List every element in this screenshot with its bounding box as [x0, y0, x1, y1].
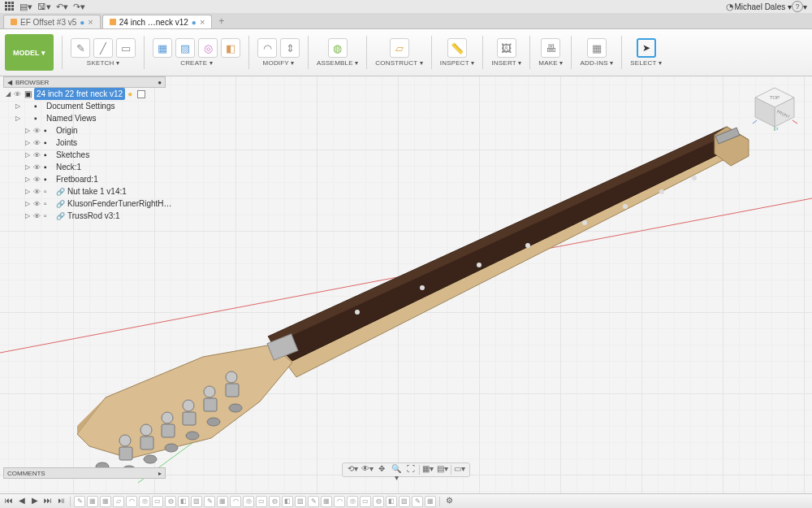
- viewport[interactable]: TOP FRONT z ◀ BROWSER ● ◢ 👁 ▣ 24 inch 22…: [0, 76, 812, 493]
- timeline-feature[interactable]: ▱: [113, 496, 124, 507]
- line-icon[interactable]: ╱: [93, 38, 113, 58]
- group-construct[interactable]: ▱ CONSTRUCT ▾: [370, 29, 428, 76]
- timeline-feature[interactable]: ◠: [230, 496, 241, 507]
- timeline-feature[interactable]: ▨: [191, 496, 202, 507]
- visibility-icon[interactable]: 👁: [33, 188, 41, 196]
- measure-icon[interactable]: 📏: [447, 38, 467, 58]
- timeline-feature[interactable]: ▭: [152, 496, 163, 507]
- timeline-feature[interactable]: ◎: [139, 496, 150, 507]
- timeline-feature[interactable]: ◍: [269, 496, 280, 507]
- save-icon[interactable]: 🖫▾: [37, 2, 51, 12]
- group-modify[interactable]: ◠ ⇕ MODIFY ▾: [253, 29, 304, 76]
- timeline-feature[interactable]: ▦: [321, 496, 332, 507]
- tree-item[interactable]: ▷👁▫🔗Nut take 1 v14:1: [3, 185, 184, 198]
- tab-ef-offset[interactable]: EF Offset #3 v5 ● ×: [3, 15, 101, 28]
- addins-icon[interactable]: ▦: [587, 38, 607, 58]
- expand-icon[interactable]: ◢: [5, 90, 11, 98]
- timeline-feature[interactable]: ◍: [165, 496, 176, 507]
- expand-icon[interactable]: ▷: [24, 151, 31, 158]
- tree-item[interactable]: ▷👁▪Neck:1: [3, 161, 184, 173]
- browser-menu-icon[interactable]: ●: [158, 79, 162, 86]
- timeline-fwd-icon[interactable]: ⏭: [42, 496, 54, 507]
- extrude-icon[interactable]: ▦: [153, 38, 172, 58]
- timeline-feature[interactable]: ▦: [100, 496, 111, 507]
- tree-item[interactable]: ▷👁▪Origin: [3, 124, 184, 137]
- plane-icon[interactable]: ▱: [390, 38, 409, 58]
- grid-icon[interactable]: ▤▾: [436, 464, 449, 475]
- tree-item[interactable]: ▷▪Document Settings: [3, 100, 184, 112]
- visibility-icon[interactable]: 👁: [33, 212, 41, 220]
- fillet-icon[interactable]: ◠: [257, 38, 277, 58]
- close-icon[interactable]: ×: [200, 17, 205, 27]
- group-create[interactable]: ▦ ▨ ◎ ◧ CREATE ▾: [148, 29, 245, 76]
- hole-icon[interactable]: ◎: [198, 38, 218, 58]
- app-grid-icon[interactable]: [5, 2, 15, 11]
- visibility-icon[interactable]: 👁: [33, 163, 41, 172]
- timeline-feature[interactable]: ◧: [178, 496, 189, 507]
- sketch-icon[interactable]: ✎: [71, 38, 90, 58]
- timeline-feature[interactable]: ▦: [87, 496, 98, 507]
- timeline-start-icon[interactable]: ⏮: [3, 496, 15, 507]
- joint-icon[interactable]: ◍: [328, 38, 348, 58]
- viewport-icon[interactable]: ▭▾: [453, 464, 466, 475]
- undo-icon[interactable]: ↶▾: [56, 2, 68, 12]
- visibility-icon[interactable]: 👁: [14, 90, 22, 98]
- revolve-icon[interactable]: ▨: [175, 38, 195, 58]
- timeline-feature[interactable]: ▨: [295, 496, 306, 507]
- timeline-feature[interactable]: ◎: [347, 496, 358, 507]
- group-inspect[interactable]: 📏 INSPECT ▾: [435, 29, 480, 76]
- expand-icon[interactable]: ▷: [24, 200, 31, 207]
- collapse-icon[interactable]: ◀: [7, 79, 12, 86]
- tree-root-row[interactable]: ◢ 👁 ▣ 24 inch 22 fret neck v12 ●: [3, 88, 184, 100]
- orbit-icon[interactable]: ⟲▾: [346, 464, 359, 475]
- tree-item[interactable]: ▷👁▪Sketches: [3, 149, 184, 161]
- look-icon[interactable]: 👁▾: [361, 464, 374, 475]
- expand-icon[interactable]: ▷: [24, 139, 31, 146]
- tree-item[interactable]: ▷👁▪Fretboard:1: [3, 173, 184, 185]
- group-make[interactable]: 🖶 MAKE ▾: [533, 29, 568, 76]
- timeline-feature[interactable]: ◍: [373, 496, 384, 507]
- expand-icon[interactable]: ▷: [24, 127, 31, 134]
- timeline-feature[interactable]: ✎: [308, 496, 319, 507]
- rect-icon[interactable]: ▭: [116, 38, 136, 58]
- group-select[interactable]: ➤ SELECT ▾: [625, 29, 667, 76]
- tab-neck[interactable]: 24 inch …neck v12 ● ×: [102, 15, 213, 28]
- expand-icon[interactable]: ▷: [15, 115, 21, 122]
- select-icon[interactable]: ➤: [637, 38, 656, 58]
- active-check[interactable]: [137, 90, 145, 98]
- expand-icon[interactable]: ▷: [24, 212, 31, 219]
- box-icon[interactable]: ◧: [221, 38, 240, 58]
- timeline-settings-icon[interactable]: ⚙: [443, 496, 455, 507]
- file-icon[interactable]: ▤▾: [19, 2, 32, 12]
- timeline-feature[interactable]: ◎: [243, 496, 254, 507]
- timeline-feature[interactable]: ◠: [334, 496, 345, 507]
- timeline-feature[interactable]: ▭: [256, 496, 267, 507]
- viewcube[interactable]: TOP FRONT z: [750, 83, 799, 132]
- visibility-icon[interactable]: 👁: [33, 151, 41, 159]
- insert-icon[interactable]: 🖼: [497, 38, 516, 58]
- tree-item[interactable]: ▷👁▪Joints: [3, 137, 184, 149]
- display-icon[interactable]: ▦▾: [421, 464, 434, 475]
- workspace-switcher[interactable]: MODEL ▾: [5, 34, 54, 71]
- new-tab-icon[interactable]: +: [214, 14, 229, 28]
- group-assemble[interactable]: ◍ ASSEMBLE ▾: [312, 29, 363, 76]
- help-icon[interactable]: ?: [792, 1, 803, 12]
- timeline-feature[interactable]: ▨: [399, 496, 410, 507]
- expand-icon[interactable]: ▷: [15, 102, 21, 110]
- close-icon[interactable]: ×: [88, 17, 93, 27]
- make-icon[interactable]: 🖶: [541, 38, 560, 58]
- expand-icon[interactable]: ▷: [24, 188, 31, 195]
- pan-icon[interactable]: ✥: [375, 464, 388, 475]
- timeline-feature[interactable]: ◠: [126, 496, 137, 507]
- user-menu[interactable]: Michael Dales ▾: [734, 2, 792, 11]
- group-sketch[interactable]: ✎ ╱ ▭ SKETCH ▾: [66, 29, 140, 76]
- expand-icon[interactable]: ▷: [24, 163, 31, 171]
- help-chevron[interactable]: ▾: [803, 2, 807, 11]
- group-insert[interactable]: 🖼 INSERT ▾: [486, 29, 526, 76]
- timeline-end-icon[interactable]: ⏯: [55, 496, 67, 507]
- visibility-icon[interactable]: 👁: [33, 176, 41, 184]
- timeline-feature[interactable]: ▦: [425, 496, 436, 507]
- tree-item[interactable]: ▷👁▫🔗TrussRod v3:1: [3, 210, 184, 222]
- clock-icon[interactable]: ◔: [726, 2, 734, 12]
- comments-header[interactable]: COMMENTS ▸: [3, 467, 166, 479]
